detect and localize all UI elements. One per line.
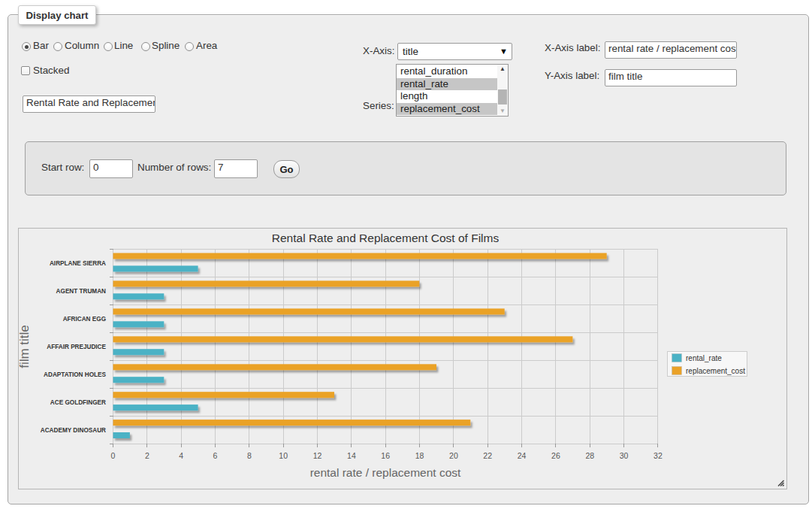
svg-text:AIRPLANE SIERRA: AIRPLANE SIERRA bbox=[50, 260, 106, 267]
svg-text:ACADEMY DINOSAUR: ACADEMY DINOSAUR bbox=[41, 427, 106, 434]
svg-text:24: 24 bbox=[518, 451, 527, 460]
svg-text:14: 14 bbox=[347, 451, 356, 460]
svg-text:8: 8 bbox=[247, 451, 252, 460]
svg-text:replacement_cost: replacement_cost bbox=[686, 367, 745, 375]
svg-text:30: 30 bbox=[620, 451, 629, 460]
svg-text:rental_rate: rental_rate bbox=[686, 354, 722, 362]
svg-text:AFRICAN EGG: AFRICAN EGG bbox=[63, 316, 106, 323]
svg-text:20: 20 bbox=[449, 451, 458, 460]
svg-text:6: 6 bbox=[213, 451, 218, 460]
svg-text:ADAPTATION HOLES: ADAPTATION HOLES bbox=[44, 371, 106, 378]
svg-text:10: 10 bbox=[279, 451, 288, 460]
svg-text:26: 26 bbox=[551, 451, 560, 460]
svg-text:2: 2 bbox=[145, 451, 149, 460]
svg-text:film title: film title bbox=[18, 325, 32, 368]
svg-text:12: 12 bbox=[313, 451, 322, 460]
svg-text:Rental Rate and Replacement Co: Rental Rate and Replacement Cost of Film… bbox=[272, 232, 500, 244]
svg-text:4: 4 bbox=[179, 451, 183, 460]
svg-text:22: 22 bbox=[483, 451, 492, 460]
svg-text:ACE GOLDFINGER: ACE GOLDFINGER bbox=[50, 399, 106, 406]
svg-text:18: 18 bbox=[415, 451, 424, 460]
svg-text:28: 28 bbox=[585, 451, 594, 460]
svg-text:rental rate / replacement cost: rental rate / replacement cost bbox=[310, 466, 461, 479]
svg-text:0: 0 bbox=[111, 451, 116, 460]
svg-text:AFFAIR PREJUDICE: AFFAIR PREJUDICE bbox=[47, 344, 106, 350]
svg-text:AGENT TRUMAN: AGENT TRUMAN bbox=[56, 288, 106, 295]
svg-text:32: 32 bbox=[654, 451, 663, 460]
svg-text:16: 16 bbox=[381, 451, 390, 460]
